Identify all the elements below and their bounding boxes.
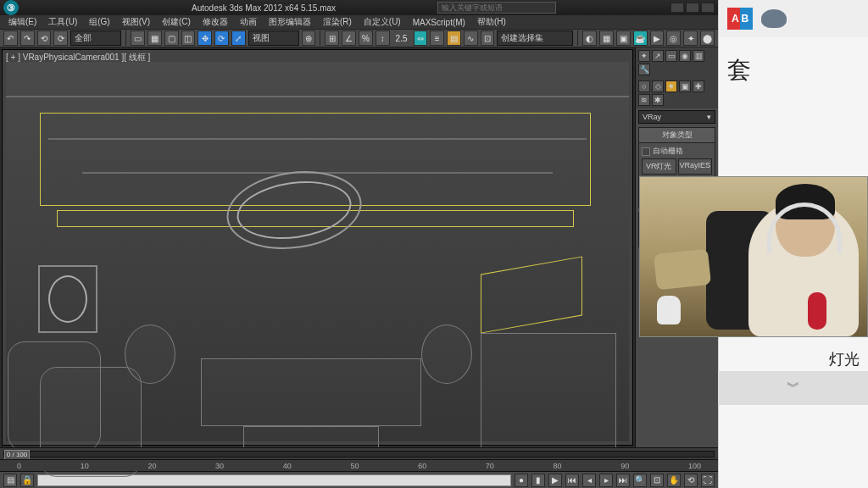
hierarchy-tab-icon[interactable]: ▭ <box>665 50 677 62</box>
scale-icon[interactable]: ⤢ <box>231 30 246 46</box>
link-icon[interactable]: ⟲ <box>37 30 52 46</box>
menu-render[interactable]: 渲染(R) <box>318 16 357 28</box>
curve-editor-icon[interactable]: ∿ <box>464 30 478 46</box>
menu-animation[interactable]: 动画 <box>235 16 262 28</box>
undo-icon[interactable]: ↶ <box>3 30 18 46</box>
display-tab-icon[interactable]: ▥ <box>693 50 704 62</box>
rotate-icon[interactable]: ⟳ <box>214 30 229 46</box>
selection-filter[interactable]: 全部 <box>70 30 121 46</box>
geometry-cat-icon[interactable]: ○ <box>638 80 650 92</box>
autokey-button[interactable]: ● <box>515 474 528 487</box>
next-frame-icon[interactable]: ▸ <box>599 474 613 487</box>
unlink-icon[interactable]: ⟳ <box>53 30 68 46</box>
ref-coord-select[interactable]: 视图 <box>248 30 299 46</box>
expand-chevron-icon[interactable]: ︾ <box>787 379 800 396</box>
rollout-header[interactable]: 对象类型 <box>639 128 715 143</box>
max-viewport-icon[interactable]: ⛶ <box>701 474 715 487</box>
modify-tab-icon[interactable]: ↗ <box>652 50 664 62</box>
redo-icon[interactable]: ↷ <box>20 30 35 46</box>
ab-logo-icon[interactable]: A B <box>727 8 753 30</box>
lock-selection-icon[interactable]: 🔒 <box>20 474 34 487</box>
align-icon[interactable]: ≡ <box>430 30 444 46</box>
menu-graph[interactable]: 图形编辑器 <box>264 16 316 28</box>
window-crossing-icon[interactable]: ◫ <box>181 30 196 46</box>
vray-rt-icon[interactable]: ⬤ <box>700 30 715 46</box>
help-search-input[interactable]: 输入关键字或短语 <box>437 2 556 14</box>
menu-maxscript[interactable]: MAXScript(M) <box>408 18 470 27</box>
cameras-cat-icon[interactable]: ▣ <box>679 80 691 92</box>
time-track[interactable]: 0 / 100 <box>3 451 715 458</box>
motion-tab-icon[interactable]: ◉ <box>679 50 691 62</box>
material-editor-icon[interactable]: ◐ <box>582 30 597 46</box>
goto-end-icon[interactable]: ⏭ <box>616 474 630 487</box>
angle-snap-icon[interactable]: ∠ <box>342 30 356 46</box>
zoom-all-icon[interactable]: ⊡ <box>650 474 664 487</box>
vrayies-button[interactable]: VRayIES <box>678 158 713 175</box>
3dsmax-window: ③ Autodesk 3ds Max 2012 x64 5.15.max 输入关… <box>0 0 718 488</box>
play-icon[interactable]: ▶ <box>548 474 562 487</box>
named-selection[interactable]: 创建选择集 <box>497 30 573 46</box>
snap-icon[interactable]: ⊞ <box>325 30 339 46</box>
time-ruler: 0 10 20 30 40 50 60 70 80 90 100 <box>0 459 718 471</box>
teapot-icon[interactable] <box>761 9 787 28</box>
menu-customize[interactable]: 自定义(U) <box>359 16 406 28</box>
mirror-icon[interactable]: ⇔ <box>414 30 428 46</box>
command-panel-tabs: ✦ ↗ ▭ ◉ ▥ 🔧 <box>636 47 718 78</box>
close-button[interactable] <box>701 3 715 13</box>
renderer-select[interactable]: VRay▾ <box>638 110 715 124</box>
time-slider[interactable]: 0 / 100 <box>0 447 718 459</box>
titlebar: ③ Autodesk 3ds Max 2012 x64 5.15.max 输入关… <box>0 0 718 15</box>
prev-frame-icon[interactable]: ◂ <box>582 474 596 487</box>
vray-fb-icon[interactable]: ◎ <box>666 30 681 46</box>
vraylight-button[interactable]: VR灯光 <box>642 158 676 175</box>
minimize-button[interactable] <box>670 3 684 13</box>
app-logo-icon[interactable]: ③ <box>3 0 19 15</box>
move-icon[interactable]: ✥ <box>198 30 212 46</box>
kettle-shape <box>657 296 681 324</box>
viewport-camera[interactable]: [ + ] VRayPhysicalCamera001 ][ 线框 ] <box>2 49 633 446</box>
menu-group[interactable]: 组(G) <box>84 16 114 28</box>
spinner-snap-icon[interactable]: ↕ <box>376 30 390 46</box>
lights-cat-icon[interactable]: ✷ <box>665 80 677 92</box>
select-name-icon[interactable]: ▦ <box>147 30 162 46</box>
render-last-icon[interactable]: ▶ <box>650 30 665 46</box>
menu-modifiers[interactable]: 修改器 <box>198 16 233 28</box>
quick-render-icon[interactable]: ☕ <box>633 30 648 46</box>
goto-start-icon[interactable]: ⏮ <box>565 474 579 487</box>
pan-icon[interactable]: ✋ <box>667 474 681 487</box>
vray-icon[interactable]: ✦ <box>683 30 698 46</box>
systems-cat-icon[interactable]: ✱ <box>652 94 664 106</box>
maximize-button[interactable] <box>686 3 699 13</box>
schematic-icon[interactable]: ⊡ <box>481 30 495 46</box>
sofa-main-geo <box>201 358 421 426</box>
select-icon[interactable]: ▭ <box>131 30 145 46</box>
menu-create[interactable]: 创建(C) <box>157 16 196 28</box>
percent-snap-icon[interactable]: % <box>359 30 373 46</box>
setkey-button[interactable]: ▮ <box>531 474 545 487</box>
render-setup-icon[interactable]: ▦ <box>599 30 614 46</box>
zoom-icon[interactable]: 🔍 <box>633 474 647 487</box>
render-frame-icon[interactable]: ▣ <box>616 30 631 46</box>
viewport-content[interactable] <box>6 62 629 441</box>
menu-help[interactable]: 帮助(H) <box>472 16 511 28</box>
utilities-tab-icon[interactable]: 🔧 <box>638 64 650 75</box>
script-listener-icon[interactable]: ▤ <box>3 474 17 487</box>
wall-art-geo <box>38 265 97 333</box>
autogrid-checkbox[interactable] <box>642 147 650 156</box>
select-region-icon[interactable]: ▢ <box>164 30 179 46</box>
menu-view[interactable]: 视图(V) <box>117 16 155 28</box>
pivot-icon[interactable]: ⊕ <box>302 30 316 46</box>
pillow-shape <box>654 249 711 290</box>
time-marker[interactable]: 0 / 100 <box>4 450 30 460</box>
curtain-geo <box>481 333 616 460</box>
main-toolbar: ↶ ↷ ⟲ ⟳ 全部 ▭ ▦ ▢ ◫ ✥ ⟳ ⤢ 视图 ⊕ ⊞ ∠ % ↕ 2.… <box>0 29 718 47</box>
menu-tools[interactable]: 工具(U) <box>43 16 82 28</box>
space-warps-cat-icon[interactable]: ≋ <box>638 94 650 106</box>
create-tab-icon[interactable]: ✦ <box>638 50 650 62</box>
webcam-overlay <box>639 176 868 337</box>
helpers-cat-icon[interactable]: ✚ <box>693 80 704 92</box>
shapes-cat-icon[interactable]: ◇ <box>652 80 664 92</box>
layer-icon[interactable]: ▤ <box>447 30 461 46</box>
menu-edit[interactable]: 编辑(E) <box>3 16 42 28</box>
orbit-icon[interactable]: ⟲ <box>684 474 698 487</box>
